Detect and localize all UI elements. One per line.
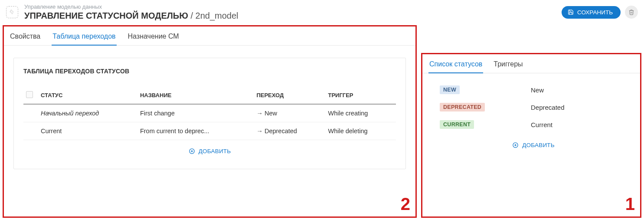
cell-transition: → Deprecated	[254, 122, 325, 140]
col-status: СТАТУС	[38, 87, 137, 104]
page-subtitle: Управление моделью данных	[24, 3, 562, 10]
title-separator: /	[188, 11, 196, 20]
status-tag: DEPRECATED	[440, 103, 485, 112]
header-actions: СОХРАНИТЬ	[562, 6, 638, 19]
title-model-name: 2nd_model	[196, 11, 239, 20]
transitions-table: СТАТУС НАЗВАНИЕ ПЕРЕХОД ТРИГГЕР Начальны…	[23, 87, 396, 140]
tab-transitions[interactable]: Таблица переходов	[52, 31, 116, 46]
trash-icon	[628, 9, 634, 15]
plus-circle-icon	[512, 142, 519, 148]
col-checkbox	[23, 87, 38, 104]
cell-status: Current	[38, 122, 137, 140]
cell-trigger: While creating	[325, 104, 396, 122]
status-panel: Список статусов Триггеры NEW New DEPRECA…	[421, 53, 641, 218]
status-row[interactable]: DEPRECATED Deprecated	[440, 98, 627, 116]
save-icon	[568, 9, 574, 15]
delete-button[interactable]	[625, 6, 638, 19]
main-tabs: Свойства Таблица переходов Назначение СМ	[4, 26, 415, 46]
cell-status: Начальный переход	[38, 104, 137, 122]
add-status-button[interactable]: ДОБАВИТЬ	[512, 142, 555, 148]
status-label: Deprecated	[531, 104, 565, 111]
transitions-card-title: ТАБЛИЦА ПЕРЕХОДОВ СТАТУСОВ	[23, 68, 396, 75]
tab-status-list[interactable]: Список статусов	[428, 59, 483, 73]
status-tag: NEW	[440, 85, 460, 94]
cell-transition: → New	[254, 104, 325, 122]
tab-triggers[interactable]: Триггеры	[493, 59, 523, 73]
add-transition-row: ДОБАВИТЬ	[23, 140, 396, 156]
table-row[interactable]: Начальный переход First change → New Whi…	[23, 104, 396, 122]
plus-circle-icon	[189, 148, 195, 154]
page-title: УПРАВЛЕНИЕ СТАТУСНОЙ МОДЕЛЬЮ / 2nd_model	[24, 11, 562, 21]
save-button[interactable]: СОХРАНИТЬ	[562, 6, 621, 19]
cell-trigger: While deleting	[325, 122, 396, 140]
add-transition-button[interactable]: ДОБАВИТЬ	[189, 148, 231, 154]
add-status-row: ДОБАВИТЬ	[440, 142, 627, 150]
col-trigger: ТРИГГЕР	[325, 87, 396, 104]
title-main: УПРАВЛЕНИЕ СТАТУСНОЙ МОДЕЛЬЮ	[24, 11, 188, 20]
transitions-card: ТАБЛИЦА ПЕРЕХОДОВ СТАТУСОВ СТАТУС НАЗВАН…	[13, 58, 406, 169]
status-label: Current	[531, 121, 552, 128]
tab-assignment[interactable]: Назначение СМ	[127, 31, 180, 46]
col-name: НАЗВАНИЕ	[137, 87, 254, 104]
annotation-number-2: 2	[401, 194, 410, 214]
cell-name: First change	[137, 104, 254, 122]
col-transition: ПЕРЕХОД	[254, 87, 325, 104]
select-all-checkbox[interactable]	[26, 91, 33, 98]
annotation-number-1: 1	[625, 194, 635, 214]
status-row[interactable]: NEW New	[440, 81, 627, 98]
page-header: Управление моделью данных УПРАВЛЕНИЕ СТА…	[0, 0, 644, 25]
title-block: Управление моделью данных УПРАВЛЕНИЕ СТА…	[24, 3, 562, 21]
table-header-row: СТАТУС НАЗВАНИЕ ПЕРЕХОД ТРИГГЕР	[23, 87, 396, 104]
status-row[interactable]: CURRENT Current	[440, 116, 627, 133]
main-row: Свойства Таблица переходов Назначение СМ…	[0, 25, 644, 221]
status-list: NEW New DEPRECATED Deprecated CURRENT Cu…	[422, 73, 640, 150]
transitions-panel: Свойства Таблица переходов Назначение СМ…	[3, 25, 417, 218]
status-tag: CURRENT	[440, 120, 474, 129]
puzzle-icon	[6, 6, 18, 18]
table-row[interactable]: Current From current to deprec... → Depr…	[23, 122, 396, 140]
add-transition-label: ДОБАВИТЬ	[199, 148, 231, 154]
status-label: New	[531, 86, 544, 94]
cell-name: From current to deprec...	[137, 122, 254, 140]
save-button-label: СОХРАНИТЬ	[577, 9, 613, 16]
tab-properties[interactable]: Свойства	[9, 31, 41, 46]
add-status-label: ДОБАВИТЬ	[522, 142, 555, 148]
status-tabs: Список статусов Триггеры	[422, 54, 640, 73]
